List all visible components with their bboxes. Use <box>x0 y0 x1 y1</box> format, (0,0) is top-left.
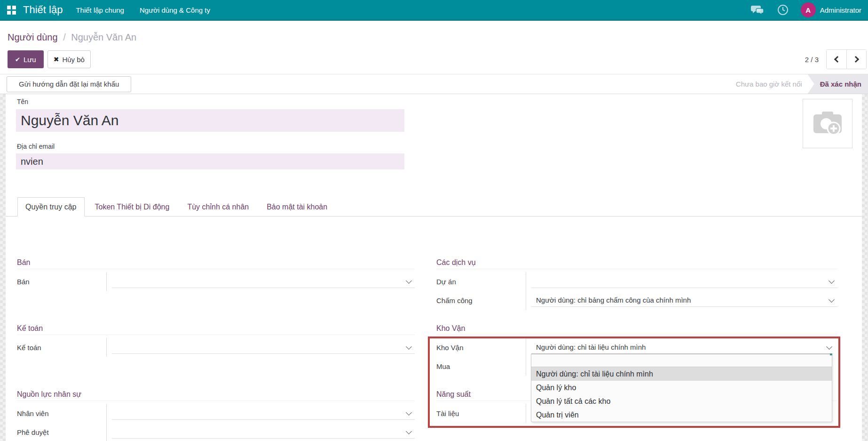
select-Kho Vận[interactable]: Người dùng: chỉ tài liệu chính mình <box>531 341 832 354</box>
tab-1[interactable]: Token Thiết bị Di động <box>87 197 177 216</box>
tab-3[interactable]: Bảo mật tài khoản <box>259 197 335 216</box>
section-title: Nguồn lực nhân sự <box>17 390 415 399</box>
form-row: Phê duyệt <box>17 423 415 441</box>
chevron-down-icon <box>829 297 835 303</box>
apps-grid-icon[interactable] <box>7 6 16 15</box>
section-title: Kho Vận <box>436 324 837 333</box>
check-icon: ✔ <box>15 56 20 63</box>
section-title: Kế toán <box>17 324 415 333</box>
close-icon: ✖ <box>54 56 59 63</box>
form-row: Bán <box>17 272 415 291</box>
discard-button[interactable]: ✖Hủy bỏ <box>47 50 91 68</box>
section-title: Các dịch vụ <box>436 258 837 267</box>
save-button[interactable]: ✔Lưu <box>8 50 44 68</box>
chevron-down-icon <box>406 409 412 416</box>
tab-0[interactable]: Quyền truy cập <box>17 197 85 216</box>
chevron-down-icon <box>406 428 412 434</box>
app-title[interactable]: Thiết lập <box>23 4 63 16</box>
topbar: Thiết lập Thiết lập chung Người dùng & C… <box>0 0 868 21</box>
menu-users-companies[interactable]: Người dùng & Công ty <box>140 6 210 14</box>
status-confirmed[interactable]: Đã xác nhận <box>808 74 868 94</box>
username[interactable]: Administrator <box>820 6 861 14</box>
send-password-reset-button[interactable]: Gửi hướng dẫn đặt lại mật khẩu <box>7 76 131 92</box>
breadcrumb-separator: / <box>63 32 66 42</box>
name-input[interactable]: Nguyễn Văn An <box>16 109 404 132</box>
status-bar: Gửi hướng dẫn đặt lại mật khẩu Chưa bao … <box>0 74 868 94</box>
select-Phê duyệt[interactable] <box>112 425 415 439</box>
field-label: Kế toán <box>17 344 106 352</box>
field-label: Mua <box>436 362 526 370</box>
dropdown-option-4[interactable]: Quản trị viên <box>531 408 832 422</box>
field-label: Dự án <box>436 278 526 286</box>
camera-add-icon <box>812 111 843 137</box>
dropdown-option-0[interactable] <box>531 354 832 367</box>
form-row: Kế toán <box>17 338 415 357</box>
control-bar: Người dùng / Nguyễn Văn An ✔Lưu ✖Hủy bỏ … <box>0 21 868 74</box>
select-Nhân viên[interactable] <box>112 407 415 420</box>
form-row: Chấm côngNgười dùng: chỉ bảng chấm công … <box>436 291 837 310</box>
dropdown-option-3[interactable]: Quản lý tất cả các kho <box>531 394 832 408</box>
breadcrumb-current: Nguyễn Văn An <box>71 32 136 42</box>
select-Bán[interactable] <box>112 275 415 288</box>
menu-general-settings[interactable]: Thiết lập chung <box>76 6 124 14</box>
status-never-connected[interactable]: Chưa bao giờ kết nối <box>736 74 808 94</box>
chevron-down-icon <box>829 278 835 284</box>
pager-counter: 2 / 3 <box>805 56 819 64</box>
user-avatar[interactable]: A <box>801 2 816 17</box>
field-label: Kho Vận <box>436 344 526 352</box>
chevron-left-icon <box>834 56 841 63</box>
activity-clock-icon[interactable] <box>777 4 789 16</box>
dropdown-option-1[interactable]: Người dùng: chỉ tài liệu chính mình <box>531 367 832 381</box>
inventory-dropdown-list: Người dùng: chỉ tài liệu chính mìnhQuản … <box>531 354 832 422</box>
field-label: Phê duyệt <box>17 428 106 436</box>
tab-2[interactable]: Tùy chỉnh cá nhân <box>180 197 256 216</box>
field-label: Chấm công <box>436 297 526 305</box>
form-row: Dự án <box>436 272 837 291</box>
select-Kế toán[interactable] <box>112 341 415 354</box>
email-label: Địa chỉ email <box>17 143 55 150</box>
name-label: Tên <box>17 98 28 105</box>
field-label: Bán <box>17 278 106 286</box>
messages-icon[interactable] <box>751 4 765 16</box>
select-Chấm công[interactable]: Người dùng: chỉ bảng chấm công của chính… <box>531 294 837 307</box>
breadcrumb: Người dùng / Nguyễn Văn An <box>8 32 136 43</box>
form-row: Nhân viên <box>17 404 415 423</box>
select-Dự án[interactable] <box>531 275 837 288</box>
section-title: Bán <box>17 258 415 267</box>
notebook-tabs: Quyền truy cậpToken Thiết bị Di độngTùy … <box>6 197 862 216</box>
pager-previous-button[interactable] <box>827 50 846 69</box>
chevron-down-icon <box>826 344 832 350</box>
dropdown-option-2[interactable]: Quản lý kho <box>531 381 832 394</box>
chevron-down-icon <box>406 278 412 284</box>
email-input[interactable]: nvien <box>16 153 404 169</box>
field-label: Tài liệu <box>436 409 526 417</box>
chevron-down-icon <box>406 344 412 350</box>
chevron-right-icon <box>852 56 859 63</box>
field-label: Nhân viên <box>17 409 106 417</box>
pager-next-button[interactable] <box>846 50 866 69</box>
left-transparency-strip <box>0 94 6 441</box>
right-transparency-strip <box>862 94 868 441</box>
profile-image-upload[interactable] <box>803 99 852 148</box>
breadcrumb-users[interactable]: Người dùng <box>8 32 58 42</box>
topbar-menu: Thiết lập chung Người dùng & Công ty <box>76 6 210 14</box>
